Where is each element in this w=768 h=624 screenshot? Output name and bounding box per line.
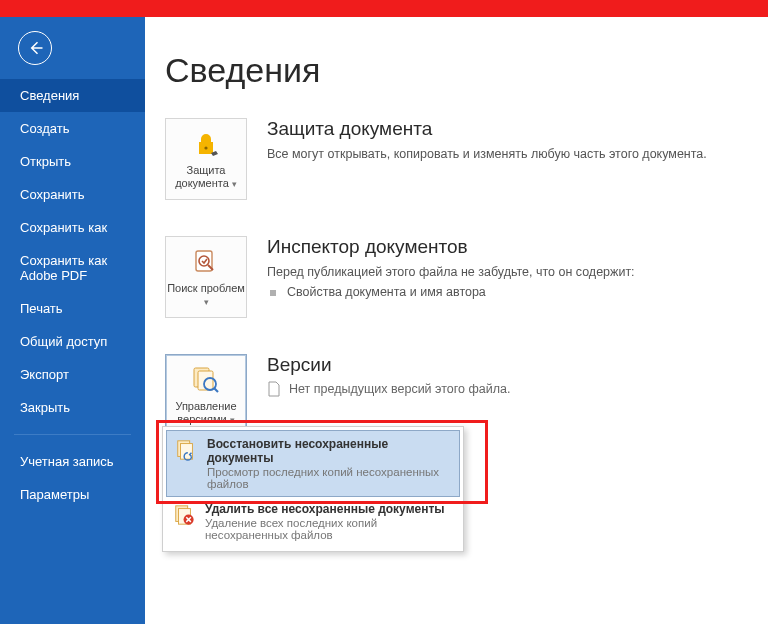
recover-icon: [175, 439, 197, 461]
inspect-heading: Инспектор документов: [267, 236, 635, 258]
section-protect: Защита документа ▾ Защита документа Все …: [165, 118, 728, 200]
inspect-bullet: Свойства документа и имя автора: [267, 285, 635, 299]
nav-secondary: Учетная запись Параметры: [0, 445, 145, 511]
nav-divider: [14, 434, 131, 435]
protect-document-button[interactable]: Защита документа ▾: [165, 118, 247, 200]
check-issues-button[interactable]: Поиск проблем ▾: [165, 236, 247, 318]
section-inspect: Поиск проблем ▾ Инспектор документов Пер…: [165, 236, 728, 318]
protect-heading: Защита документа: [267, 118, 707, 140]
nav-save-as[interactable]: Сохранить как: [0, 211, 145, 244]
nav-options[interactable]: Параметры: [0, 478, 145, 511]
nav-share[interactable]: Общий доступ: [0, 325, 145, 358]
back-button[interactable]: [18, 31, 52, 65]
manage-versions-button[interactable]: Управление версиями ▾: [165, 354, 247, 436]
page-title: Сведения: [165, 51, 728, 90]
arrow-left-icon: [25, 38, 45, 58]
lock-icon: [191, 128, 221, 160]
nav-open[interactable]: Открыть: [0, 145, 145, 178]
nav-new[interactable]: Создать: [0, 112, 145, 145]
delete-icon: [173, 504, 195, 526]
title-bar: [0, 0, 768, 17]
document-icon: [267, 381, 281, 397]
backstage-sidebar: Сведения Создать Открыть Сохранить Сохра…: [0, 17, 145, 624]
nav-info[interactable]: Сведения: [0, 79, 145, 112]
protect-text: Все могут открывать, копировать и изменя…: [267, 145, 707, 164]
svg-rect-8: [181, 444, 193, 460]
nav-account[interactable]: Учетная запись: [0, 445, 145, 478]
versions-text: Нет предыдущих версий этого файла.: [289, 382, 510, 396]
inspect-icon: [191, 246, 221, 278]
menu-recover-unsaved[interactable]: Восстановить несохраненные документыПрос…: [166, 430, 460, 497]
nav-primary: Сведения Создать Открыть Сохранить Сохра…: [0, 79, 145, 424]
nav-save-adobe-pdf[interactable]: Сохранить как Adobe PDF: [0, 244, 145, 292]
menu-delete-unsaved[interactable]: Удалить все несохраненные документыУдале…: [165, 496, 461, 547]
versions-dropdown-menu: Восстановить несохраненные документыПрос…: [162, 426, 464, 552]
nav-print[interactable]: Печать: [0, 292, 145, 325]
inspect-text: Перед публикацией этого файла не забудьт…: [267, 263, 635, 282]
section-versions: Управление версиями ▾ Версии Нет предыду…: [165, 354, 728, 436]
versions-heading: Версии: [267, 354, 510, 376]
svg-point-1: [204, 147, 207, 150]
versions-icon: [190, 364, 222, 396]
nav-save[interactable]: Сохранить: [0, 178, 145, 211]
nav-close[interactable]: Закрыть: [0, 391, 145, 424]
nav-export[interactable]: Экспорт: [0, 358, 145, 391]
